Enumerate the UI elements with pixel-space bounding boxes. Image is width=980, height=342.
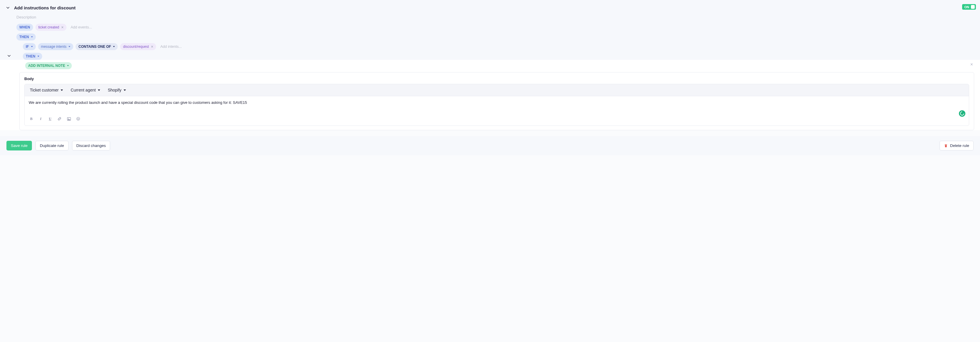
action-label: ADD INTERNAL NOTE (28, 64, 65, 68)
caret-icon (31, 36, 33, 38)
svg-point-1 (68, 118, 68, 118)
grammarly-icon[interactable] (959, 110, 966, 117)
page-title: Add instructions for discount (14, 5, 76, 10)
var-ticket-customer-dropdown[interactable]: Ticket customer (30, 88, 63, 93)
editor-content[interactable]: We are currently rolling the product lau… (25, 96, 969, 126)
save-rule-button[interactable]: Save rule (6, 141, 32, 150)
event-label: ticket created (38, 25, 59, 29)
condition-operator-label: CONTAINS ONE OF (78, 45, 111, 49)
close-icon[interactable]: × (970, 62, 973, 67)
italic-button[interactable]: I (38, 116, 43, 121)
then-action-row: THEN (6, 53, 974, 60)
format-toolbar: B I U (25, 114, 85, 124)
if-pill[interactable]: IF (23, 43, 36, 50)
delete-rule-button[interactable]: Delete rule (940, 141, 974, 150)
chevron-down-icon[interactable] (7, 54, 11, 58)
link-button[interactable] (57, 116, 62, 121)
emoji-button[interactable] (76, 116, 81, 121)
title-row: Add instructions for discount (6, 5, 974, 10)
close-icon[interactable]: × (151, 45, 153, 49)
condition-value-label: discount/request (123, 45, 149, 49)
var-current-agent-dropdown[interactable]: Current agent (71, 88, 100, 93)
condition-field-pill[interactable]: message intents (38, 43, 73, 50)
caret-icon (38, 56, 39, 57)
condition-operator-pill[interactable]: CONTAINS ONE OF (76, 43, 118, 50)
discard-changes-button[interactable]: Discard changes (72, 141, 110, 150)
chevron-down-icon[interactable] (6, 6, 10, 10)
dropdown-label: Shopify (108, 88, 121, 93)
duplicate-rule-button[interactable]: Duplicate rule (35, 141, 68, 150)
body-label: Body (24, 77, 969, 81)
then-row: THEN (16, 34, 974, 40)
caret-icon (31, 46, 33, 47)
description-input[interactable] (16, 14, 961, 20)
svg-point-2 (77, 117, 80, 121)
svg-point-4 (78, 118, 79, 118)
footer-actions: Save rule Duplicate rule Discard changes… (0, 136, 980, 155)
dropdown-label: Current agent (71, 88, 96, 93)
close-icon[interactable]: × (61, 25, 64, 29)
action-pill[interactable]: ADD INTERNAL NOTE (25, 62, 72, 69)
toggle-knob (971, 5, 975, 9)
event-pill[interactable]: ticket created × (35, 24, 67, 31)
add-intents-input[interactable]: Add intents... (159, 45, 181, 49)
svg-point-3 (78, 118, 78, 118)
then-label: THEN (19, 35, 29, 39)
if-row: IF message intents CONTAINS ONE OF disco… (23, 43, 974, 50)
when-pill[interactable]: WHEN (16, 24, 33, 31)
var-shopify-dropdown[interactable]: Shopify (108, 88, 126, 93)
trash-icon (944, 144, 948, 147)
add-events-input[interactable]: Add events... (69, 25, 92, 29)
image-button[interactable] (66, 116, 72, 121)
condition-value-pill[interactable]: discount/request × (120, 43, 156, 50)
when-label: WHEN (19, 25, 30, 29)
caret-icon (60, 89, 63, 91)
bold-button[interactable]: B (29, 116, 34, 121)
delete-rule-label: Delete rule (950, 144, 969, 148)
condition-field-label: message intents (41, 45, 67, 49)
caret-icon (113, 46, 115, 47)
underline-button[interactable]: U (48, 116, 53, 121)
then-label-inner: THEN (26, 54, 35, 58)
then-pill[interactable]: THEN (16, 34, 36, 40)
caret-icon (68, 46, 70, 47)
when-row: WHEN ticket created × Add events... (16, 24, 974, 31)
rule-enabled-toggle[interactable]: ON (962, 4, 976, 10)
editor-var-toolbar: Ticket customer Current agent Shopify (25, 84, 969, 96)
action-header: ADD INTERNAL NOTE × (0, 62, 980, 69)
rule-header-section: Add instructions for discount ON WHEN ti… (0, 0, 980, 60)
editor-panel: Ticket customer Current agent Shopify We… (24, 84, 969, 126)
caret-icon (67, 65, 69, 66)
if-label: IF (26, 45, 29, 49)
caret-icon (98, 89, 100, 91)
caret-icon (124, 89, 126, 91)
dropdown-label: Ticket customer (30, 88, 59, 93)
editor-text: We are currently rolling the product lau… (29, 100, 247, 105)
then-pill-inner[interactable]: THEN (23, 53, 42, 60)
toggle-label: ON (964, 5, 969, 9)
action-body-panel: Body Ticket customer Current agent Shopi… (19, 72, 974, 130)
action-section: ADD INTERNAL NOTE × Body Ticket customer… (0, 60, 980, 130)
rule-content: WHEN ticket created × Add events... THEN… (16, 24, 974, 50)
